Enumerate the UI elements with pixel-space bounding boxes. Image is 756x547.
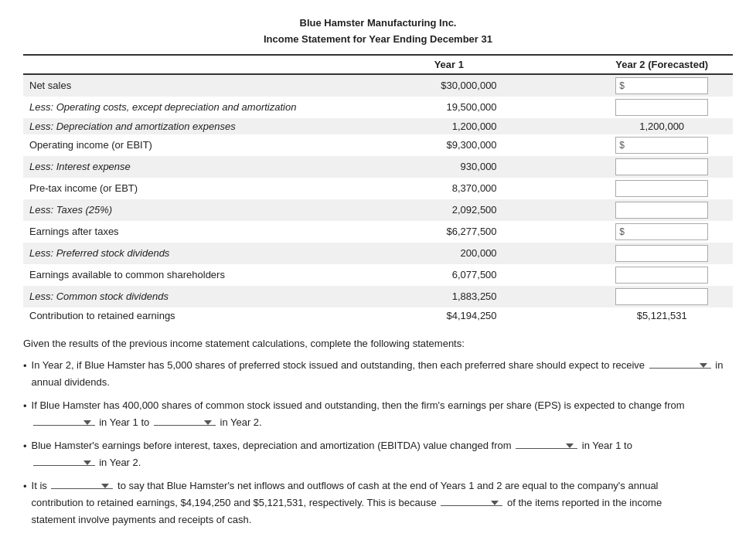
bullet2-dropdown2[interactable]: [154, 420, 216, 426]
table-row: Operating income (or EBIT)$9,300,000$: [23, 134, 733, 156]
bullet1-dropdown1[interactable]: [649, 363, 711, 369]
bullet4-dropdown2-arrow: [491, 501, 499, 505]
bullet3-dropdown2[interactable]: [33, 460, 95, 466]
row-label-8: Less: Preferred stock dividends: [23, 243, 378, 264]
header-spacer: [520, 55, 591, 74]
header-label: [23, 55, 378, 74]
bullet4-text-end2: statement involve payments and receipts …: [32, 514, 252, 525]
row-year1-2: 1,200,000: [378, 118, 520, 134]
bullet-dot-3: •: [23, 438, 27, 455]
bullet2-text-after: in Year 2.: [220, 416, 262, 428]
table-row: Less: Taxes (25%)2,092,500: [23, 199, 733, 221]
bullet1-dropdown1-arrow: [700, 363, 707, 368]
bullet2-dropdown1-arrow: [83, 420, 91, 425]
bullet2-text-middle: in Year 1 to: [99, 416, 149, 428]
row-year1-8: 200,000: [378, 243, 520, 264]
table-row: Earnings available to common shareholder…: [23, 264, 733, 286]
row-year1-5: 8,370,000: [378, 178, 520, 199]
bullet-dot-2: •: [23, 398, 27, 415]
row-label-3: Operating income (or EBIT): [23, 134, 378, 156]
bullet-dot-4: •: [23, 478, 27, 495]
bullet-dot-1: •: [23, 358, 27, 375]
row-year2-9[interactable]: [591, 264, 733, 286]
input-field-1[interactable]: [619, 102, 704, 113]
bullet-section: • In Year 2, if Blue Hamster has 5,000 s…: [23, 357, 733, 529]
bullet-content-3: Blue Hamster's earnings before interest,…: [32, 437, 733, 471]
row-label-5: Pre-tax income (or EBT): [23, 178, 378, 199]
bullet4-dropdown1[interactable]: [51, 484, 113, 489]
row-year1-4: 930,000: [378, 156, 520, 178]
row-year1-7: $6,277,500: [378, 221, 520, 243]
row-year2-0[interactable]: $: [591, 74, 733, 97]
bullet2-dropdown1[interactable]: [33, 420, 95, 426]
bullet-item-2: • If Blue Hamster has 400,000 shares of …: [23, 397, 733, 431]
input-field-5[interactable]: [619, 183, 704, 194]
bullet3-text-before: Blue Hamster's earnings before interest,…: [32, 440, 512, 451]
input-field-6[interactable]: [619, 205, 704, 216]
row-label-6: Less: Taxes (25%): [23, 199, 378, 221]
table-row: Less: Common stock dividends1,883,250: [23, 286, 733, 307]
row-year2-7[interactable]: $: [591, 221, 733, 243]
row-year1-11: $4,194,250: [378, 307, 520, 324]
row-year1-9: 6,077,500: [378, 264, 520, 286]
input-field-4[interactable]: [619, 161, 704, 172]
row-year2-8[interactable]: [591, 243, 733, 264]
bullet-content-4: It is to say that Blue Hamster's net inf…: [32, 477, 733, 528]
bullet-item-3: • Blue Hamster's earnings before interes…: [23, 437, 733, 471]
row-year2-4[interactable]: [591, 156, 733, 178]
row-label-4: Less: Interest expense: [23, 156, 378, 178]
bullet-item-1: • In Year 2, if Blue Hamster has 5,000 s…: [23, 357, 733, 391]
input-field-0[interactable]: [626, 80, 704, 91]
bullet4-dropdown1-arrow: [101, 484, 109, 488]
row-year1-3: $9,300,000: [378, 134, 520, 156]
bullet2-text-before: If Blue Hamster has 400,000 shares of co…: [32, 399, 685, 411]
table-row: Earnings after taxes$6,277,500$: [23, 221, 733, 243]
bullet3-text-after: in Year 2.: [99, 457, 141, 468]
input-field-3[interactable]: [626, 140, 704, 151]
row-label-0: Net sales: [23, 74, 378, 97]
input-field-7[interactable]: [626, 226, 704, 237]
input-prefix-7: $: [619, 226, 625, 237]
row-year2-6[interactable]: [591, 199, 733, 221]
table-row: Pre-tax income (or EBT)8,370,000: [23, 178, 733, 199]
table-row: Net sales$30,000,000$: [23, 74, 733, 97]
bullet2-dropdown2-arrow: [204, 420, 212, 425]
bullet4-dropdown2[interactable]: [441, 501, 502, 506]
bullet1-text-before: In Year 2, if Blue Hamster has 5,000 sha…: [32, 359, 645, 371]
table-row: Less: Depreciation and amortization expe…: [23, 118, 733, 134]
bullet3-dropdown1[interactable]: [516, 443, 577, 449]
row-year2-11: $5,121,531: [591, 307, 733, 324]
row-year1-6: 2,092,500: [378, 199, 520, 221]
bullet-content-1: In Year 2, if Blue Hamster has 5,000 sha…: [32, 357, 733, 391]
row-label-7: Earnings after taxes: [23, 221, 378, 243]
bullet4-text-mid1: to say that Blue Hamster's net inflows a…: [117, 480, 658, 491]
header-year2: Year 2 (Forecasted): [591, 55, 733, 74]
row-year2-1[interactable]: [591, 97, 733, 118]
bullet-item-4: • It is to say that Blue Hamster's net i…: [23, 477, 733, 528]
row-label-10: Less: Common stock dividends: [23, 286, 378, 307]
table-row: Less: Preferred stock dividends200,000: [23, 243, 733, 264]
row-year2-10[interactable]: [591, 286, 733, 307]
row-year2-5[interactable]: [591, 178, 733, 199]
report-title-line1: Blue Hamster Manufacturing Inc.: [23, 15, 733, 32]
row-year1-10: 1,883,250: [378, 286, 520, 307]
bullet4-text-mid2: contribution to retained earnings, $4,19…: [32, 497, 437, 508]
row-label-2: Less: Depreciation and amortization expe…: [23, 118, 378, 134]
bullet4-text-end: of the items reported in the income: [507, 497, 662, 508]
report-title-line2: Income Statement for Year Ending Decembe…: [23, 32, 733, 48]
input-prefix-0: $: [619, 80, 625, 91]
row-year1-1: 19,500,000: [378, 97, 520, 118]
input-field-8[interactable]: [619, 248, 704, 259]
input-prefix-3: $: [619, 140, 625, 151]
row-year2-2: 1,200,000: [591, 118, 733, 134]
row-label-11: Contribution to retained earnings: [23, 307, 378, 324]
bullet3-dropdown1-arrow: [566, 443, 574, 448]
bullet3-dropdown2-arrow: [83, 460, 91, 465]
given-text: Given the results of the previous income…: [23, 338, 733, 349]
bullet3-text-middle: in Year 1 to: [582, 440, 632, 451]
input-field-9[interactable]: [619, 270, 704, 280]
row-label-9: Earnings available to common shareholder…: [23, 264, 378, 286]
row-year2-3[interactable]: $: [591, 134, 733, 156]
input-field-10[interactable]: [619, 291, 704, 302]
table-row: Contribution to retained earnings$4,194,…: [23, 307, 733, 324]
